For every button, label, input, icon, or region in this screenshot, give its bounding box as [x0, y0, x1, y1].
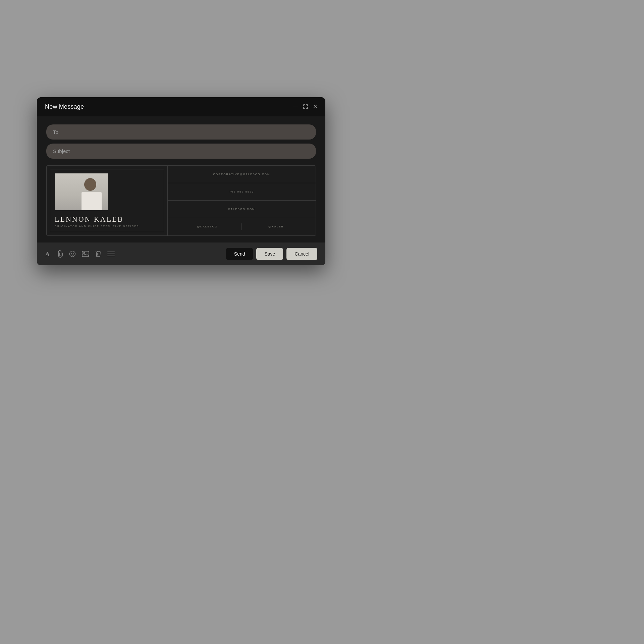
minimize-button[interactable]: —	[293, 104, 298, 109]
subject-input[interactable]	[46, 144, 316, 159]
attach-icon	[58, 250, 63, 258]
emoji-icon	[69, 251, 76, 257]
close-button[interactable]: ✕	[313, 104, 317, 109]
card-website-row: KALEBCO.COM	[168, 201, 316, 218]
card-social-row: @KALEBCO @KALEB	[168, 218, 316, 235]
card-social1: @KALEBCO	[173, 225, 241, 228]
toolbar-right: Send Save Cancel	[226, 248, 317, 260]
modal-header: New Message — ✕	[37, 97, 325, 116]
modal-footer: A	[37, 243, 325, 265]
business-card: LENNON KALEB ORIGINATOR AND CHIEF EXECUT…	[46, 165, 316, 236]
close-icon: ✕	[313, 104, 317, 109]
save-button[interactable]: Save	[256, 248, 283, 260]
card-email-row: CORPORATIVE@KALEBCO.COM	[168, 166, 316, 183]
photo-head	[84, 178, 96, 191]
menu-icon	[107, 251, 115, 257]
to-input[interactable]	[46, 124, 316, 140]
compose-modal: New Message — ✕	[37, 97, 325, 265]
card-right: CORPORATIVE@KALEBCO.COM 762-982-8873 KAL…	[168, 166, 316, 235]
photo-body	[82, 192, 102, 210]
minimize-icon: —	[293, 104, 298, 109]
card-email: CORPORATIVE@KALEBCO.COM	[213, 173, 270, 176]
expand-button[interactable]	[303, 104, 308, 109]
font-icon: A	[45, 251, 52, 257]
svg-point-1	[70, 251, 75, 257]
font-button[interactable]: A	[45, 251, 52, 257]
svg-point-3	[73, 253, 74, 254]
image-icon	[82, 251, 89, 257]
card-person-name: LENNON KALEB	[55, 215, 123, 224]
card-photo	[55, 173, 108, 210]
photo-person-bg	[55, 173, 108, 210]
business-card-container: LENNON KALEB ORIGINATOR AND CHIEF EXECUT…	[46, 165, 316, 243]
send-button[interactable]: Send	[226, 248, 253, 260]
card-person-title: ORIGINATOR AND CHIEF EXECUTIVE OFFICER	[55, 225, 139, 227]
header-controls: — ✕	[293, 104, 317, 109]
emoji-button[interactable]	[69, 251, 76, 257]
attach-button[interactable]	[58, 250, 63, 258]
svg-point-2	[71, 253, 72, 254]
modal-title: New Message	[45, 103, 84, 110]
toolbar-left: A	[45, 250, 115, 258]
card-website: KALEBCO.COM	[228, 208, 255, 211]
modal-body: LENNON KALEB ORIGINATOR AND CHIEF EXECUT…	[37, 116, 325, 243]
trash-button[interactable]	[95, 251, 101, 257]
expand-icon	[303, 104, 308, 109]
trash-icon	[95, 251, 101, 257]
cancel-button[interactable]: Cancel	[286, 248, 317, 260]
menu-button[interactable]	[107, 251, 115, 257]
svg-rect-4	[82, 251, 89, 257]
card-phone: 762-982-8873	[229, 190, 254, 193]
card-phone-row: 762-982-8873	[168, 183, 316, 201]
card-social2: @KALEB	[242, 225, 310, 228]
image-button[interactable]	[82, 251, 89, 257]
card-left: LENNON KALEB ORIGINATOR AND CHIEF EXECUT…	[47, 166, 168, 235]
svg-text:A: A	[45, 251, 50, 257]
